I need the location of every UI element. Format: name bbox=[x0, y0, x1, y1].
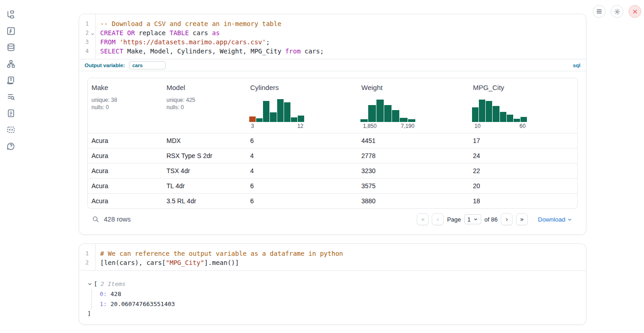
hamburger-icon bbox=[596, 8, 602, 15]
table-row[interactable]: AcuraMDX6445117 bbox=[88, 133, 577, 148]
table-row[interactable]: AcuraTSX 4dr4323022 bbox=[88, 163, 577, 178]
column-header-cylinders: Cylinders312 bbox=[247, 78, 358, 133]
histogram-bars bbox=[472, 98, 527, 122]
sql-code[interactable]: -- Download a CSV and create an in-memor… bbox=[96, 14, 586, 59]
database-icon[interactable] bbox=[6, 43, 16, 52]
pagination: « ‹ Page 1 of 86 › » bbox=[417, 213, 528, 225]
python-cell: 12 # We can reference the output variabl… bbox=[79, 243, 586, 325]
help-icon[interactable] bbox=[6, 142, 16, 151]
column-stat: nulls: 0 bbox=[166, 104, 243, 111]
snippets-icon[interactable] bbox=[6, 125, 16, 134]
column-histogram: 1060 bbox=[472, 98, 527, 130]
column-title[interactable]: MPG_City bbox=[473, 84, 574, 91]
line-number: 4 bbox=[79, 47, 93, 56]
code-line: -- Download a CSV and create an in-memor… bbox=[100, 19, 586, 28]
python-code[interactable]: # We can reference the output variable a… bbox=[96, 244, 586, 270]
line-number: 3 bbox=[79, 37, 93, 47]
prev-page-button[interactable]: ‹ bbox=[432, 213, 444, 225]
table-row[interactable]: AcuraRSX Type S 2dr4277824 bbox=[88, 148, 577, 163]
sql-code-editor[interactable]: 1234 -- Download a CSV and create an in-… bbox=[79, 14, 586, 59]
histogram-bar bbox=[384, 105, 392, 122]
code-line: FROM 'https://datasets.marimo.app/cars.c… bbox=[100, 37, 586, 47]
histogram-axis-labels: 1,8507,190 bbox=[360, 123, 415, 130]
line-number: 1 bbox=[79, 19, 93, 28]
open-bracket: [ bbox=[94, 280, 97, 287]
dependency-graph-icon[interactable] bbox=[6, 59, 16, 69]
table-cell: Acura bbox=[88, 164, 163, 178]
download-label: Download bbox=[538, 216, 565, 223]
histogram-min-label: 10 bbox=[474, 123, 480, 129]
table-cell: TSX 4dr bbox=[163, 164, 247, 178]
code-line: [len(cars), cars["MPG_City"].mean()] bbox=[100, 258, 586, 267]
histogram-bar bbox=[408, 119, 415, 122]
python-cell-output: [ 2 Items 0: 4281: 20.060747663551403 ] bbox=[79, 271, 586, 324]
histogram-bar bbox=[277, 99, 284, 122]
column-title[interactable]: Model bbox=[166, 84, 243, 91]
column-title[interactable]: Weight bbox=[361, 84, 466, 91]
column-title[interactable]: Make bbox=[91, 84, 159, 91]
table-cell: RSX Type S 2dr bbox=[163, 148, 247, 163]
histogram-axis-labels: 1060 bbox=[472, 123, 527, 130]
histogram-bar bbox=[392, 110, 399, 122]
code-line: # We can reference the output variable a… bbox=[100, 249, 586, 258]
table-cell: 4451 bbox=[358, 133, 469, 148]
histogram-max-label: 60 bbox=[520, 123, 526, 129]
notebook: 1234 -- Download a CSV and create an in-… bbox=[79, 14, 586, 325]
first-page-button[interactable]: « bbox=[417, 213, 429, 225]
histogram-bar bbox=[514, 119, 520, 122]
column-header-mpg_city: MPG_City1060 bbox=[469, 78, 577, 133]
table-cell: 18 bbox=[469, 194, 577, 208]
histogram-bar bbox=[263, 101, 269, 122]
top-controls bbox=[593, 5, 641, 18]
row-count: 428 rows bbox=[104, 216, 131, 223]
output-variable-label: Output variable: bbox=[85, 63, 125, 68]
output-variable-input[interactable] bbox=[129, 61, 166, 69]
page-select-value: 1 bbox=[467, 216, 471, 223]
histogram-bar bbox=[270, 112, 276, 122]
list-entry-value: 20.060747663551403 bbox=[107, 301, 175, 307]
table-cell: 3880 bbox=[358, 194, 469, 208]
histogram-bar bbox=[507, 115, 513, 122]
histogram-min-label: 3 bbox=[251, 123, 254, 129]
page-select[interactable]: 1 bbox=[464, 214, 481, 224]
column-header-weight: Weight1,8507,190 bbox=[358, 78, 469, 133]
list-entry-value: 428 bbox=[107, 291, 121, 297]
last-page-button[interactable]: » bbox=[516, 213, 528, 225]
chevron-down-icon bbox=[567, 217, 572, 222]
list-output-header: [ 2 Items bbox=[87, 279, 579, 288]
table-cell: 3.5 RL 4dr bbox=[163, 194, 247, 208]
table-body: AcuraMDX6445117AcuraRSX Type S 2dr427782… bbox=[88, 133, 577, 208]
histogram-bar bbox=[521, 117, 527, 122]
table-row[interactable]: Acura3.5 RL 4dr6388018 bbox=[88, 193, 577, 208]
download-button[interactable]: Download bbox=[538, 216, 572, 223]
table-row[interactable]: AcuraTL 4dr6357520 bbox=[88, 178, 577, 193]
histogram-bar bbox=[400, 118, 407, 122]
histogram-bar bbox=[284, 102, 290, 122]
settings-button[interactable] bbox=[611, 5, 623, 18]
code-line: CREATE OR replace TABLE cars as bbox=[100, 28, 586, 37]
table-cell: 22 bbox=[469, 164, 577, 178]
table-cell: TL 4dr bbox=[163, 179, 247, 193]
histogram-bars bbox=[249, 98, 304, 122]
python-code-editor[interactable]: 12 # We can reference the output variabl… bbox=[79, 244, 586, 270]
sql-cell: 1234 -- Download a CSV and create an in-… bbox=[79, 14, 586, 235]
page-label: Page bbox=[447, 216, 461, 223]
collapse-chevron-icon[interactable] bbox=[87, 281, 92, 286]
python-gutter: 12 bbox=[79, 244, 96, 270]
next-page-button[interactable]: › bbox=[501, 213, 513, 225]
search-icon[interactable] bbox=[92, 216, 99, 223]
gear-icon bbox=[614, 8, 621, 15]
column-stat: unique: 38 bbox=[91, 96, 159, 104]
fold-chevron-icon[interactable] bbox=[91, 30, 95, 34]
logs-search-icon[interactable] bbox=[6, 92, 16, 101]
scratchpad-icon[interactable] bbox=[6, 76, 16, 85]
histogram-bar bbox=[291, 117, 297, 122]
menu-button[interactable] bbox=[593, 5, 606, 18]
column-title[interactable]: Cylinders bbox=[250, 84, 354, 91]
file-tree-icon[interactable] bbox=[6, 10, 16, 19]
function-icon[interactable] bbox=[6, 26, 16, 36]
shutdown-button[interactable] bbox=[628, 5, 641, 18]
documentation-icon[interactable] bbox=[6, 109, 16, 118]
output-variable-row: Output variable: sql bbox=[79, 59, 586, 71]
table-cell: 20 bbox=[469, 179, 577, 193]
